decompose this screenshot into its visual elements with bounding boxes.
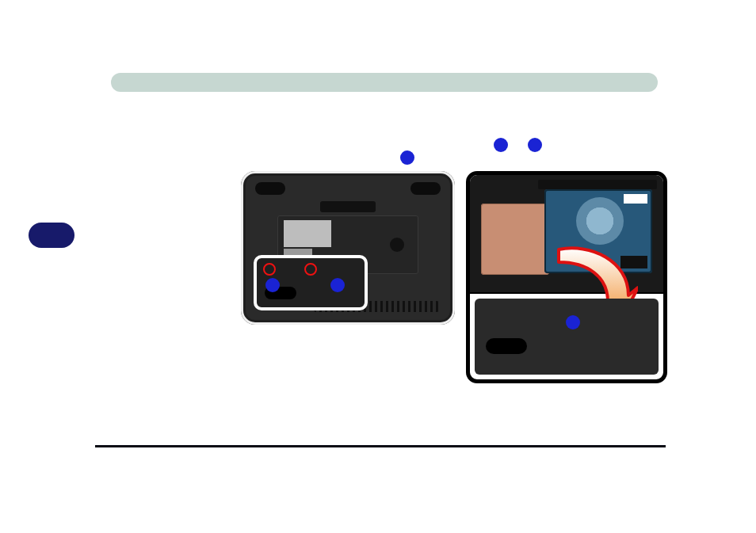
hdd-cover-removed	[475, 299, 659, 375]
ribbon-cable	[538, 180, 657, 189]
screw-marker-icon	[304, 263, 317, 276]
callout-dot	[400, 150, 414, 165]
battery-latch	[320, 201, 376, 212]
regulatory-label	[284, 220, 331, 247]
section-header-bar	[111, 73, 658, 92]
callout-dot	[528, 138, 542, 152]
screw-hole-icon	[390, 238, 404, 252]
callout-dot	[330, 278, 345, 292]
callout-dot	[265, 278, 280, 292]
screw-marker-icon	[263, 263, 276, 276]
step-badge	[29, 223, 74, 248]
drive-connector	[620, 256, 647, 268]
divider-line	[95, 445, 666, 447]
cover-grip	[486, 338, 527, 354]
figure-laptop-bottom	[241, 171, 455, 325]
hard-drive	[544, 189, 652, 273]
figure-hdd-bay	[466, 171, 667, 383]
platter-icon	[576, 197, 624, 245]
drive-bay	[470, 175, 663, 294]
callout-dot	[494, 138, 508, 152]
copper-shield	[481, 204, 549, 275]
callout-dot	[566, 315, 580, 329]
rubber-foot	[410, 182, 441, 195]
drive-label	[624, 194, 647, 204]
laptop-base	[246, 176, 450, 320]
rubber-foot	[255, 182, 285, 195]
